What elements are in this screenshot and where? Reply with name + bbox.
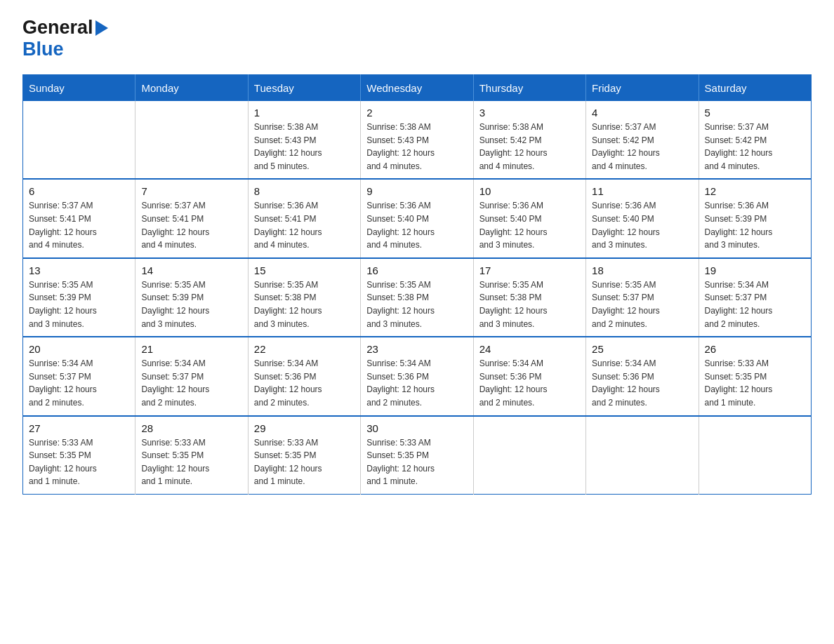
day-info: Sunrise: 5:34 AM Sunset: 5:36 PM Dayligh… [366,357,467,409]
calendar-cell: 21Sunrise: 5:34 AM Sunset: 5:37 PM Dayli… [135,337,248,415]
calendar-week-row: 1Sunrise: 5:38 AM Sunset: 5:43 PM Daylig… [23,101,812,179]
calendar-week-row: 27Sunrise: 5:33 AM Sunset: 5:35 PM Dayli… [23,416,812,495]
day-info: Sunrise: 5:35 AM Sunset: 5:37 PM Dayligh… [592,279,692,330]
day-number: 10 [479,185,580,197]
calendar-header-row: SundayMondayTuesdayWednesdayThursdayFrid… [23,75,812,102]
day-info: Sunrise: 5:37 AM Sunset: 5:42 PM Dayligh… [705,121,805,173]
day-number: 7 [141,185,241,197]
calendar-cell: 1Sunrise: 5:38 AM Sunset: 5:43 PM Daylig… [248,101,360,179]
calendar-cell: 3Sunrise: 5:38 AM Sunset: 5:42 PM Daylig… [473,101,585,179]
day-info: Sunrise: 5:36 AM Sunset: 5:40 PM Dayligh… [479,199,580,251]
day-header-sunday: Sunday [23,75,135,102]
logo: General Blue [22,17,108,60]
day-number: 20 [29,343,129,355]
day-number: 15 [254,264,355,276]
calendar-cell: 24Sunrise: 5:34 AM Sunset: 5:36 PM Dayli… [473,337,585,415]
day-info: Sunrise: 5:38 AM Sunset: 5:43 PM Dayligh… [366,121,467,173]
calendar-week-row: 20Sunrise: 5:34 AM Sunset: 5:37 PM Dayli… [23,337,812,415]
calendar-table: SundayMondayTuesdayWednesdayThursdayFrid… [22,74,812,495]
day-header-tuesday: Tuesday [248,75,360,102]
calendar-cell: 9Sunrise: 5:36 AM Sunset: 5:40 PM Daylig… [361,179,473,257]
calendar-cell: 13Sunrise: 5:35 AM Sunset: 5:39 PM Dayli… [23,258,135,337]
calendar-cell: 4Sunrise: 5:37 AM Sunset: 5:42 PM Daylig… [586,101,699,179]
day-info: Sunrise: 5:33 AM Sunset: 5:35 PM Dayligh… [366,436,467,488]
calendar-week-row: 13Sunrise: 5:35 AM Sunset: 5:39 PM Dayli… [23,258,812,337]
day-info: Sunrise: 5:33 AM Sunset: 5:35 PM Dayligh… [29,436,129,488]
calendar-cell: 26Sunrise: 5:33 AM Sunset: 5:35 PM Dayli… [699,337,811,415]
day-info: Sunrise: 5:33 AM Sunset: 5:35 PM Dayligh… [254,436,355,488]
day-number: 29 [254,422,355,434]
calendar-cell: 18Sunrise: 5:35 AM Sunset: 5:37 PM Dayli… [586,258,699,337]
day-header-thursday: Thursday [473,75,585,102]
day-info: Sunrise: 5:35 AM Sunset: 5:38 PM Dayligh… [366,279,467,330]
day-header-saturday: Saturday [699,75,811,102]
calendar-cell: 16Sunrise: 5:35 AM Sunset: 5:38 PM Dayli… [361,258,473,337]
calendar-cell [699,416,811,495]
calendar-cell: 12Sunrise: 5:36 AM Sunset: 5:39 PM Dayli… [699,179,811,257]
day-header-wednesday: Wednesday [361,75,473,102]
calendar-cell: 7Sunrise: 5:37 AM Sunset: 5:41 PM Daylig… [135,179,248,257]
day-number: 6 [29,185,129,197]
day-number: 25 [592,343,692,355]
logo-blue-text: Blue [22,39,64,60]
day-info: Sunrise: 5:33 AM Sunset: 5:35 PM Dayligh… [141,436,241,488]
day-number: 8 [254,185,355,197]
day-number: 11 [592,185,692,197]
day-number: 9 [366,185,467,197]
calendar-cell [135,101,248,179]
day-number: 14 [141,264,241,276]
day-number: 24 [479,343,580,355]
calendar-cell: 22Sunrise: 5:34 AM Sunset: 5:36 PM Dayli… [248,337,360,415]
day-header-friday: Friday [586,75,699,102]
day-info: Sunrise: 5:35 AM Sunset: 5:39 PM Dayligh… [29,279,129,330]
day-info: Sunrise: 5:35 AM Sunset: 5:38 PM Dayligh… [479,279,580,330]
calendar-cell: 27Sunrise: 5:33 AM Sunset: 5:35 PM Dayli… [23,416,135,495]
logo-general-text: General [22,17,93,39]
day-number: 23 [366,343,467,355]
day-info: Sunrise: 5:37 AM Sunset: 5:41 PM Dayligh… [141,199,241,251]
day-info: Sunrise: 5:36 AM Sunset: 5:40 PM Dayligh… [592,199,692,251]
day-info: Sunrise: 5:36 AM Sunset: 5:39 PM Dayligh… [705,199,805,251]
day-header-monday: Monday [135,75,248,102]
day-info: Sunrise: 5:35 AM Sunset: 5:38 PM Dayligh… [254,279,355,330]
day-info: Sunrise: 5:34 AM Sunset: 5:37 PM Dayligh… [141,357,241,409]
calendar-cell [586,416,699,495]
calendar-cell: 30Sunrise: 5:33 AM Sunset: 5:35 PM Dayli… [361,416,473,495]
calendar-cell: 28Sunrise: 5:33 AM Sunset: 5:35 PM Dayli… [135,416,248,495]
day-number: 16 [366,264,467,276]
day-number: 4 [592,107,692,119]
day-number: 22 [254,343,355,355]
day-number: 5 [705,107,805,119]
day-info: Sunrise: 5:34 AM Sunset: 5:36 PM Dayligh… [592,357,692,409]
calendar-cell: 15Sunrise: 5:35 AM Sunset: 5:38 PM Dayli… [248,258,360,337]
calendar-cell: 11Sunrise: 5:36 AM Sunset: 5:40 PM Dayli… [586,179,699,257]
calendar-week-row: 6Sunrise: 5:37 AM Sunset: 5:41 PM Daylig… [23,179,812,257]
day-number: 12 [705,185,805,197]
day-number: 13 [29,264,129,276]
calendar-cell: 10Sunrise: 5:36 AM Sunset: 5:40 PM Dayli… [473,179,585,257]
logo-triangle-icon [95,20,108,36]
calendar-cell: 17Sunrise: 5:35 AM Sunset: 5:38 PM Dayli… [473,258,585,337]
calendar-cell: 2Sunrise: 5:38 AM Sunset: 5:43 PM Daylig… [361,101,473,179]
day-info: Sunrise: 5:34 AM Sunset: 5:36 PM Dayligh… [254,357,355,409]
calendar-cell: 14Sunrise: 5:35 AM Sunset: 5:39 PM Dayli… [135,258,248,337]
day-info: Sunrise: 5:36 AM Sunset: 5:40 PM Dayligh… [366,199,467,251]
svg-marker-0 [95,20,108,36]
calendar-cell: 6Sunrise: 5:37 AM Sunset: 5:41 PM Daylig… [23,179,135,257]
day-info: Sunrise: 5:38 AM Sunset: 5:42 PM Dayligh… [479,121,580,173]
day-info: Sunrise: 5:36 AM Sunset: 5:41 PM Dayligh… [254,199,355,251]
day-number: 2 [366,107,467,119]
day-info: Sunrise: 5:34 AM Sunset: 5:37 PM Dayligh… [29,357,129,409]
calendar-cell [23,101,135,179]
day-info: Sunrise: 5:37 AM Sunset: 5:41 PM Dayligh… [29,199,129,251]
page-header: General Blue [22,17,812,60]
calendar-cell: 5Sunrise: 5:37 AM Sunset: 5:42 PM Daylig… [699,101,811,179]
day-number: 17 [479,264,580,276]
day-info: Sunrise: 5:38 AM Sunset: 5:43 PM Dayligh… [254,121,355,173]
calendar-cell: 23Sunrise: 5:34 AM Sunset: 5:36 PM Dayli… [361,337,473,415]
day-info: Sunrise: 5:34 AM Sunset: 5:36 PM Dayligh… [479,357,580,409]
day-number: 1 [254,107,355,119]
calendar-cell: 19Sunrise: 5:34 AM Sunset: 5:37 PM Dayli… [699,258,811,337]
day-info: Sunrise: 5:37 AM Sunset: 5:42 PM Dayligh… [592,121,692,173]
day-number: 30 [366,422,467,434]
